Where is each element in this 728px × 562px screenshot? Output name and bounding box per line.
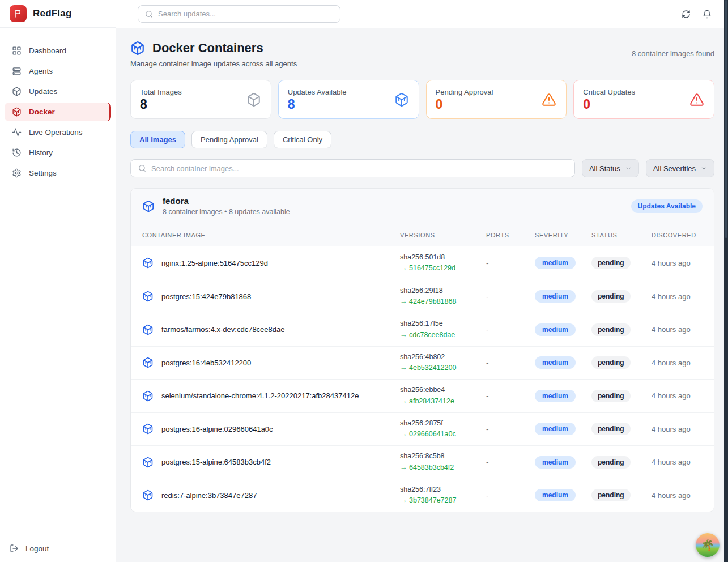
chevron-down-icon [701,165,707,172]
status-dropdown[interactable]: All Status [582,159,639,177]
target-version: → 64583b3cb4f2 [400,462,486,473]
table-row[interactable]: postgres:15:424e79b81868 sha256:29f18 → … [131,280,714,313]
docker-box-icon [142,200,155,212]
redflag-logo-icon [10,5,27,22]
stat-value: 0 [583,97,705,112]
sidebar-item-settings[interactable]: Settings [5,164,111,182]
group-header: fedora 8 container images • 8 updates av… [131,189,714,224]
table-rows: nginx:1.25-alpine:516475cc129d sha256:50… [131,246,714,512]
container-image-name: postgres:15-alpine:64583b3cb4f2 [161,458,271,466]
tab-critical-only[interactable]: Critical Only [274,131,331,148]
container-image-name: postgres:16:4eb532412200 [161,359,251,367]
sidebar-item-live-operations[interactable]: Live Operations [5,123,111,142]
sidebar-item-updates[interactable]: Updates [5,82,111,101]
sidebar-item-docker[interactable]: Docker [5,103,111,121]
tab-pending-approval[interactable]: Pending Approval [191,131,267,148]
current-version: sha256:501d8 [400,252,486,263]
current-version: sha256:4b802 [400,352,486,363]
image-search-input[interactable] [151,164,567,173]
page-scrollbar[interactable] [724,0,728,562]
docker-box-icon [142,324,154,335]
alert-triangle-icon [542,92,556,107]
target-version: → cdc78cee8dae [400,330,486,340]
current-version: sha256:17f5e [400,318,486,329]
tropical-island-extension-icon[interactable]: 🌴 [696,533,720,557]
table-row[interactable]: selenium/standalone-chrome:4.1.2-2022021… [131,379,714,412]
docker-box-icon [142,423,154,435]
column-header: DISCOVERED [652,232,703,239]
ports-cell: - [486,325,535,334]
severity-badge: medium [535,257,576,269]
image-search[interactable] [130,159,575,177]
alert-triangle-icon [689,92,704,107]
current-version: sha256:2875f [400,418,486,429]
current-version: sha256:ebbe4 [400,385,486,395]
stat-label: Critical Updates [583,88,705,96]
sidebar-item-label: Docker [29,108,55,116]
status-badge: pending [591,323,631,336]
status-badge: pending [591,489,631,501]
stat-label: Pending Approval [436,88,557,96]
stat-label: Updates Available [288,88,410,96]
target-version: → 3b73847e7287 [400,495,486,506]
severity-badge: medium [535,390,576,402]
status-badge: pending [591,390,631,402]
ports-cell: - [486,491,535,500]
global-search-input[interactable] [158,10,333,18]
app-name: RedFlag [33,8,71,19]
table-row[interactable]: redis:7-alpine:3b73847e7287 sha256:7ff23… [131,479,714,512]
container-image-name: postgres:16-alpine:029660641a0c [161,425,273,433]
target-version: → 516475cc129d [400,263,486,274]
stat-value: 8 [140,97,262,112]
logo: RedFlag [0,0,116,28]
discovered-cell: 4 hours ago [652,458,703,466]
sidebar-item-label: History [29,148,53,157]
logout-icon [10,544,19,553]
column-header: SEVERITY [535,232,591,239]
container-image-name: farmos/farmos:4.x-dev:cdc78cee8dae [161,325,285,334]
severity-badge: medium [535,423,576,435]
refresh-icon[interactable] [682,10,691,19]
docker-box-icon [130,41,145,56]
updates-available-badge: Updates Available [631,199,703,213]
page-title: Docker Containers [152,41,263,56]
severity-badge: medium [535,323,576,336]
severity-dropdown[interactable]: All Severities [646,159,714,177]
status-badge: pending [591,456,631,469]
sidebar-item-agents[interactable]: Agents [5,62,111,80]
ports-cell: - [486,425,535,433]
sidebar-item-history[interactable]: History [5,143,111,162]
docker-box-icon [142,357,154,368]
global-search[interactable] [138,5,340,23]
discovered-cell: 4 hours ago [652,292,703,301]
table-row[interactable]: nginx:1.25-alpine:516475cc129d sha256:50… [131,246,714,280]
table-row[interactable]: postgres:15-alpine:64583b3cb4f2 sha256:8… [131,445,714,479]
bell-icon[interactable] [703,10,712,19]
stat-updates-available: Updates Available 8 [278,80,419,119]
status-dropdown-value: All Status [589,164,620,173]
ports-cell: - [486,359,535,367]
ports-cell: - [486,391,535,400]
target-version: → 4eb532412200 [400,363,486,373]
table-row[interactable]: postgres:16-alpine:029660641a0c sha256:2… [131,412,714,446]
target-version: → 424e79b81868 [400,296,486,307]
gear-icon [12,168,22,178]
table-row[interactable]: farmos/farmos:4.x-dev:cdc78cee8dae sha25… [131,313,714,346]
discovered-cell: 4 hours ago [652,491,703,500]
status-badge: pending [591,290,631,303]
sidebar-item-dashboard[interactable]: Dashboard [5,41,111,60]
discovered-cell: 4 hours ago [652,391,703,400]
severity-badge: medium [535,489,576,501]
table-row[interactable]: postgres:16:4eb532412200 sha256:4b802 → … [131,346,714,380]
target-version: → 029660641a0c [400,429,486,440]
discovered-cell: 4 hours ago [652,259,703,267]
stat-pending-approval: Pending Approval 0 [426,80,567,119]
logout-button[interactable]: Logout [10,544,106,553]
image-group-card: fedora 8 container images • 8 updates av… [130,188,714,512]
stat-value: 0 [436,97,557,112]
tab-all-images[interactable]: All Images [130,131,185,148]
docker-box-icon [142,489,154,501]
stat-value: 8 [288,97,410,112]
sidebar-item-label: Dashboard [29,46,66,55]
table-header: CONTAINER IMAGE VERSIONS PORTS SEVERITY … [131,224,714,246]
